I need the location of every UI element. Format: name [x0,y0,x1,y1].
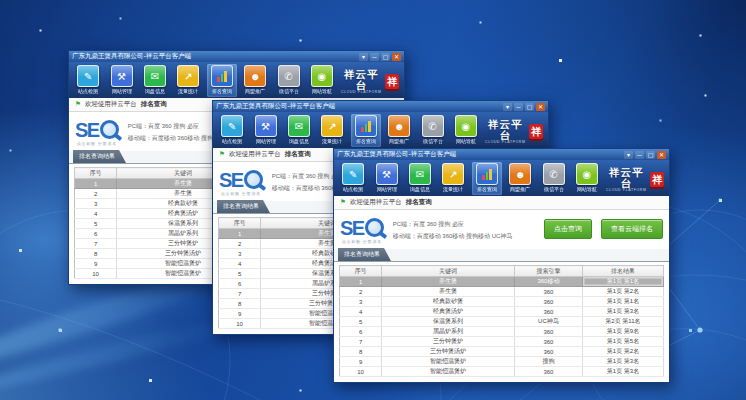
网站导航-icon: ◉ [455,115,477,137]
排名查询-icon [355,115,377,137]
window-title: 广东九鼎王煲具有限公司-祥云平台客户端 [337,150,624,159]
toolbar-item-label: 网站导航 [312,88,332,94]
toolbar-item-label: 网站管理 [376,186,396,192]
toolbar-item-微信平台[interactable]: ✆微信平台 [417,114,447,147]
keyword-cell: 智能恒温煲炉 [382,357,515,367]
table-row[interactable]: 8三分钟煲汤炉360第1页 第2名 [340,347,664,357]
toolbar-item-网站导航[interactable]: ◉网站导航 [572,162,602,195]
table-row[interactable]: 5保温煲系列UC神马第2页 第11名 [340,317,664,327]
toolbar-item-label: 流量统计 [443,186,463,192]
close-button[interactable]: ✕ [392,53,401,61]
网站管理-icon: ⚒ [255,115,277,137]
row-number-cell: 6 [219,279,261,289]
tab-ranking-results[interactable]: 排名查询结果 [73,150,126,163]
toolbar-item-排名查询[interactable]: 排名查询 [351,114,381,147]
toolbar-item-网站导航[interactable]: ◉网站导航 [307,64,337,97]
minimize-button[interactable]: ─ [635,151,644,159]
商盟推广-icon: ☻ [244,65,266,87]
toolbar-item-微信平台[interactable]: ✆微信平台 [273,64,303,97]
minimize-button[interactable]: ─ [514,103,523,111]
toolbar-item-网站导航[interactable]: ◉网站导航 [451,114,481,147]
toolbar-item-商盟推广[interactable]: ☻商盟推广 [505,162,535,195]
close-button[interactable]: ✕ [536,103,545,111]
minimize-button[interactable]: ─ [370,53,379,61]
table-row[interactable]: 6黑晶炉系列360第1页 第9名 [340,327,664,337]
toolbar-item-流量统计[interactable]: ↗流量统计 [438,162,468,195]
toolbar-item-网站管理[interactable]: ⚒网站管理 [250,114,280,147]
engine-cell: 搜狗 [514,357,582,367]
tab-ranking-results[interactable]: 排名查询结果 [217,200,270,213]
title-bar[interactable]: 广东九鼎王煲具有限公司-祥云平台客户端 ▾─▢✕ [69,51,404,62]
seo-logo-slogan: 点击刷新 全面排名 [77,141,117,146]
row-number-cell: 2 [340,287,382,297]
toolbar-item-label: 网站导航 [456,138,476,144]
rank-cell: 第2页 第11名 [582,317,663,327]
微信平台-icon: ✆ [278,65,300,87]
table-row[interactable]: 9智能恒温煲炉搜狗第1页 第3名 [340,357,664,367]
table-row[interactable]: 1养生煲360移动第1页 第1名 [340,277,664,287]
row-number-cell: 10 [75,269,117,279]
skin-button[interactable]: ▾ [359,53,368,61]
window-title: 广东九鼎王煲具有限公司-祥云平台客户端 [216,102,503,111]
toolbar-item-label: 询盘信息 [145,88,165,94]
toolbar-item-询盘信息[interactable]: ✉询盘信息 [140,64,170,97]
brand-name: 祥云平台 [484,119,526,140]
rank-cell: 第1页 第5名 [582,337,663,347]
brand-seal-icon: 祥 [385,74,399,89]
row-number-cell: 10 [219,319,261,329]
title-bar[interactable]: 广东九鼎王煲具有限公司-祥云平台客户端 ▾─▢✕ [213,101,548,112]
toolbar-item-微信平台[interactable]: ✆微信平台 [538,162,568,195]
toolbar-item-label: 微信平台 [422,138,442,144]
网站导航-icon: ◉ [576,163,598,185]
column-header[interactable]: 关键词 [382,266,515,277]
toolbar-item-排名查询[interactable]: 排名查询 [472,162,502,195]
row-number-cell: 5 [340,317,382,327]
toolbar-item-询盘信息[interactable]: ✉询盘信息 [284,114,314,147]
网站管理-icon: ⚒ [111,65,133,87]
brand-seal-icon: 祥 [650,172,664,187]
toolbar-item-label: 询盘信息 [289,138,309,144]
toolbar-item-询盘信息[interactable]: ✉询盘信息 [405,162,435,195]
skin-button[interactable]: ▾ [503,103,512,111]
row-number-cell: 8 [219,299,261,309]
toolbar-item-商盟推广[interactable]: ☻商盟推广 [240,64,270,97]
engine-cell: 360 [514,307,582,317]
breadcrumb: ⚑ 欢迎使用祥云平台 排名查询 [334,196,669,210]
toolbar-item-站点检测[interactable]: ✎站点检测 [73,64,103,97]
toolbar-item-站点检测[interactable]: ✎站点检测 [217,114,247,147]
maximize-button[interactable]: ▢ [525,103,534,111]
toolbar-item-网站管理[interactable]: ⚒网站管理 [106,64,136,97]
query-button[interactable]: 点击查询 [544,219,592,239]
title-bar[interactable]: 广东九鼎王煲具有限公司-祥云平台客户端 ▾─▢✕ [334,149,669,160]
column-header[interactable]: 搜索引擎 [514,266,582,277]
close-button[interactable]: ✕ [657,151,666,159]
table-row[interactable]: 10智能恒温煲炉360第1页 第3名 [340,367,664,377]
toolbar-item-排名查询[interactable]: 排名查询 [207,64,237,97]
seo-logo: SE 点击刷新 全面排名 [340,218,384,244]
column-header[interactable]: 序号 [75,168,117,179]
tab-ranking-results[interactable]: 排名查询结果 [338,248,391,261]
column-header[interactable]: 序号 [219,218,261,229]
skin-button[interactable]: ▾ [624,151,633,159]
rank-cell: 第1页 第1名 [582,297,663,307]
toolbar-item-流量统计[interactable]: ↗流量统计 [173,64,203,97]
main-toolbar: ✎站点检测⚒网站管理✉询盘信息↗流量统计排名查询☻商盟推广✆微信平台◉网站导航祥… [334,160,669,196]
toolbar-item-网站管理[interactable]: ⚒网站管理 [371,162,401,195]
table-header-row: 序号关键词搜索引擎排名结果 [340,266,664,277]
view-cloud-ranking-button[interactable]: 查看云端排名 [601,219,663,239]
table-row[interactable]: 4经典煲汤炉360第1页 第3名 [340,307,664,317]
table-row[interactable]: 2养生煲360第1页 第2名 [340,287,664,297]
row-number-cell: 2 [219,239,261,249]
toolbar-item-商盟推广[interactable]: ☻商盟推广 [384,114,414,147]
table-row[interactable]: 3经典款砂煲360第1页 第1名 [340,297,664,307]
column-header[interactable]: 序号 [340,266,382,277]
rank-cell: 第1页 第3名 [582,367,663,377]
toolbar-item-站点检测[interactable]: ✎站点检测 [338,162,368,195]
toolbar-item-label: 站点检测 [222,138,242,144]
toolbar-item-流量统计[interactable]: ↗流量统计 [317,114,347,147]
column-header[interactable]: 排名结果 [582,266,663,277]
maximize-button[interactable]: ▢ [381,53,390,61]
keyword-cell: 保温煲系列 [382,317,515,327]
maximize-button[interactable]: ▢ [646,151,655,159]
table-row[interactable]: 7三分钟煲炉360第1页 第5名 [340,337,664,347]
